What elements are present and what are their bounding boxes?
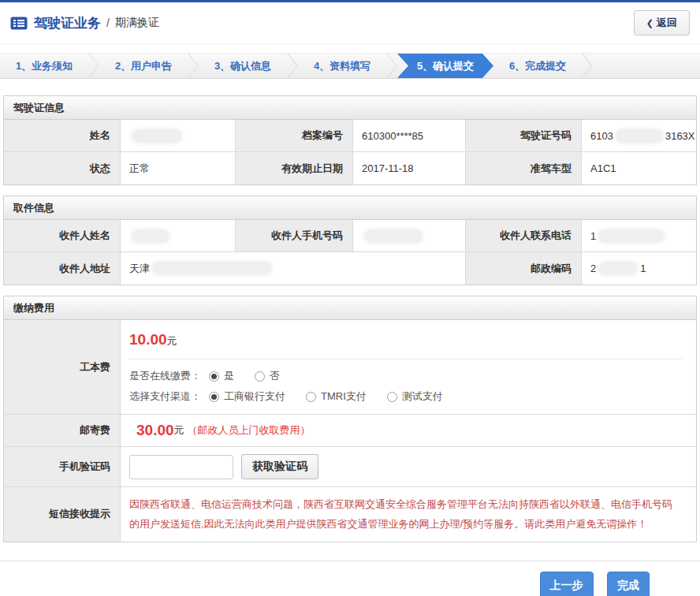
license-info-title: 驾驶证信息 [4,96,696,120]
sms-code-label: 手机验证码 [4,447,121,487]
production-fee-label: 工本费 [4,320,121,415]
status-label: 状态 [4,152,121,184]
step-2-user-declaration: 2、用户申告 [99,54,188,78]
recipient-tel-value: 1 [582,220,696,252]
production-fee-amount: 10.00 [129,331,167,348]
previous-step-button[interactable]: 上一步 [540,572,594,596]
footer-actions: 上一步 完成 [0,561,700,596]
postage-fee-cell: 30.00元（邮政人员上门收取费用） [121,415,696,447]
online-pay-question-label: 是否在线缴费： [129,369,201,383]
channel-icbc-radio[interactable] [209,392,219,402]
recipient-mobile-value [353,220,466,252]
online-pay-yes-label: 是 [224,369,234,383]
step-5-confirm-submit-active: 5、确认提交 [397,54,493,78]
step-separator-chevron [287,54,298,78]
step-separator-chevron [88,54,99,78]
channel-tmri-label: TMRI支付 [321,389,367,404]
back-button-label: 返回 [657,17,677,28]
redacted-value [132,130,181,142]
postage-fee-note: （邮政人员上门收取费用） [188,423,311,438]
name-label: 姓名 [4,120,121,152]
recipient-name-value [121,220,236,252]
channel-tmri-radio[interactable] [306,392,316,402]
pickup-info-panel: 取件信息 收件人姓名 收件人手机号码 收件人联系电话 1 收件人地址 天津 邮政… [3,196,697,285]
sms-code-input[interactable] [129,455,233,479]
step-3-confirm-info: 3、确认信息 [199,54,287,78]
chevron-left-icon: ❮ [646,18,653,28]
recipient-address-label: 收件人地址 [4,252,121,285]
step-separator-chevron [188,54,199,78]
fees-panel: 缴纳费用 工本费 10.00元 是否在线缴费： 是 否 选择支付渠道： 工商银行… [3,296,697,542]
channel-test-label: 测试支付 [402,389,443,404]
online-pay-no-label: 否 [270,369,280,383]
sms-code-cell: 获取验证码 [121,447,696,487]
postage-fee-amount: 30.00 [136,422,174,439]
archive-no-value: 610300****85 [353,120,466,152]
postcode-value: 21 [582,252,696,285]
redacted-value [616,130,662,142]
expiry-date-value: 2017-11-18 [353,152,466,184]
sms-notice-text: 因陕西省联通、电信运营商技术问题，陕西省互联网交通安全综合服务管理平台无法向持陕… [129,494,680,535]
production-fee-cell: 10.00元 是否在线缴费： 是 否 选择支付渠道： 工商银行支付 TMRI支付… [121,320,696,415]
wizard-step-bar: 1、业务须知 2、用户申告 3、确认信息 4、资料填写 5、确认提交 6、完成提… [0,53,700,79]
breadcrumb-current: 期满换证 [115,16,159,30]
sms-notice-cell: 因陕西省联通、电信运营商技术问题，陕西省互联网交通安全综合服务管理平台无法向持陕… [121,487,696,542]
sms-notice-label: 短信接收提示 [4,487,121,542]
get-sms-code-button[interactable]: 获取验证码 [241,454,318,479]
pay-channel-label: 选择支付渠道： [129,389,201,404]
yuan-unit: 元 [174,423,184,438]
recipient-name-label: 收件人姓名 [4,220,121,252]
expiry-date-label: 有效期止日期 [236,152,353,184]
license-no-label: 驾驶证号码 [466,120,582,152]
vehicle-class-label: 准驾车型 [466,152,582,184]
recipient-mobile-label: 收件人手机号码 [236,220,353,252]
page-header: 驾驶证业务 / 期满换证 ❮返回 [0,2,700,44]
finish-button[interactable]: 完成 [607,572,650,596]
page-title: 驾驶证业务 [34,14,101,32]
step-separator-chevron [386,54,397,78]
online-pay-no-radio[interactable] [255,371,265,382]
redacted-value [153,263,271,274]
redacted-value [132,230,169,242]
step-1-business-notes: 1、业务须知 [0,54,88,78]
step-separator-chevron [582,54,593,78]
recipient-tel-label: 收件人联系电话 [466,220,582,252]
postcode-label: 邮政编码 [466,252,582,285]
yuan-unit: 元 [167,335,177,347]
name-value [121,120,236,152]
online-pay-yes-radio[interactable] [209,371,219,382]
license-form-icon [10,17,28,30]
license-info-panel: 驾驶证信息 姓名 档案编号 610300****85 驾驶证号码 6103316… [3,95,697,185]
postage-fee-label: 邮寄费 [4,415,121,447]
channel-icbc-label: 工商银行支付 [224,389,285,404]
pickup-info-title: 取件信息 [4,196,696,220]
fees-title: 缴纳费用 [4,296,696,320]
license-no-value: 61033163X [582,120,696,152]
step-4-fill-data: 4、资料填写 [298,54,386,78]
fee-divider [129,359,682,359]
redacted-value [599,230,664,242]
status-value: 正常 [121,152,236,184]
vehicle-class-value: A1C1 [582,152,696,184]
breadcrumb-divider: / [106,17,110,29]
back-button[interactable]: ❮返回 [634,10,690,35]
recipient-address-value: 天津 [121,252,466,285]
step-6-finish-submit: 6、完成提交 [493,54,582,78]
step-bar-filler [593,54,700,78]
archive-no-label: 档案编号 [236,120,353,152]
redacted-value [599,263,637,274]
channel-test-radio[interactable] [387,392,397,402]
redacted-value [365,230,422,242]
